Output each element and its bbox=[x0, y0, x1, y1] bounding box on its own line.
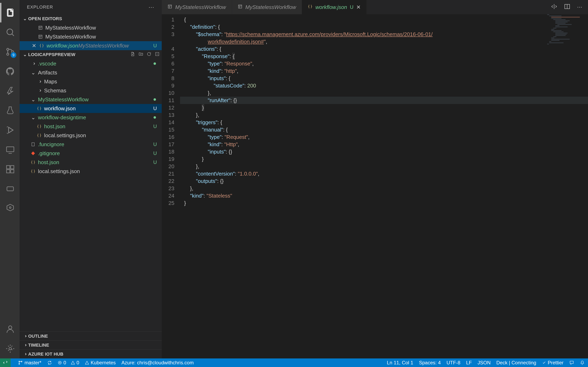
status-feedback[interactable] bbox=[569, 360, 574, 365]
chevron-down-icon: ⌄ bbox=[22, 52, 28, 57]
collapse-icon[interactable] bbox=[155, 52, 160, 58]
open-editors-header[interactable]: ⌄ OPEN EDITORS bbox=[20, 14, 162, 23]
explorer-more-icon[interactable]: ⋯ bbox=[148, 4, 154, 11]
svg-point-2 bbox=[7, 48, 9, 50]
activity-sql[interactable] bbox=[0, 179, 20, 199]
explorer-sidebar: EXPLORER ⋯ ⌄ OPEN EDITORS MyStatelessWor… bbox=[20, 0, 162, 359]
activity-search[interactable] bbox=[0, 22, 20, 42]
svg-line-1 bbox=[12, 34, 14, 36]
svg-rect-22 bbox=[32, 143, 35, 146]
new-file-icon[interactable] bbox=[130, 52, 135, 58]
file-tree-item[interactable]: ⌄.vscode bbox=[20, 59, 162, 68]
tab-bar: MyStatelessWorkflowMyStatelessWorkflowwo… bbox=[162, 0, 588, 14]
collapsed-section[interactable]: ⌄OUTLINE bbox=[20, 332, 162, 341]
activity-settings[interactable] bbox=[0, 339, 20, 359]
file-tree-item[interactable]: .funcignoreU bbox=[20, 140, 162, 149]
activity-scm[interactable]: 9 bbox=[0, 42, 20, 62]
file-tree-item[interactable]: workflow.jsonU bbox=[20, 104, 162, 113]
svg-rect-8 bbox=[11, 166, 14, 169]
svg-point-14 bbox=[9, 347, 11, 350]
file-tree-item[interactable]: ⌄workflow-designtime bbox=[20, 113, 162, 122]
workspace-name: LOGICAPPSPREVIEW bbox=[28, 52, 75, 57]
open-editor-item[interactable]: MyStatelessWorkflow bbox=[20, 23, 162, 32]
activity-extensions[interactable] bbox=[0, 159, 20, 179]
status-azure[interactable]: Azure: chris@cloudwithchris.com bbox=[121, 360, 194, 366]
open-editors-title: OPEN EDITORS bbox=[28, 16, 62, 21]
chevron-down-icon: ⌄ bbox=[22, 16, 28, 21]
collapsed-section[interactable]: ⌄TIMELINE bbox=[20, 341, 162, 350]
svg-point-12 bbox=[9, 207, 11, 208]
activity-remote[interactable] bbox=[0, 140, 20, 159]
status-branch[interactable]: master* bbox=[18, 360, 42, 366]
svg-rect-10 bbox=[11, 170, 14, 173]
status-bell[interactable] bbox=[580, 360, 585, 365]
status-eol[interactable]: LF bbox=[466, 360, 472, 366]
compare-icon[interactable] bbox=[551, 3, 557, 11]
svg-rect-9 bbox=[7, 170, 10, 173]
activity-azure[interactable] bbox=[0, 81, 20, 101]
file-tree-item[interactable]: host.jsonU bbox=[20, 122, 162, 131]
status-sync[interactable] bbox=[47, 360, 52, 365]
code-editor[interactable]: { "definition": { "$schema": "https://sc… bbox=[180, 14, 588, 359]
activity-explorer[interactable] bbox=[0, 3, 20, 22]
file-tree-item[interactable]: ⌄Maps bbox=[20, 77, 162, 86]
file-tree-item[interactable]: host.jsonU bbox=[20, 158, 162, 167]
file-tree-item[interactable]: local.settings.json bbox=[20, 167, 162, 176]
workspace-header[interactable]: ⌄ LOGICAPPSPREVIEW bbox=[20, 50, 162, 59]
svg-rect-5 bbox=[7, 147, 14, 152]
svg-point-31 bbox=[19, 361, 20, 362]
svg-rect-15 bbox=[39, 26, 42, 29]
file-tree-item[interactable]: ⌄MyStatelessWorkflow bbox=[20, 95, 162, 104]
minimap[interactable] bbox=[547, 14, 584, 359]
status-spaces[interactable]: Spaces: 4 bbox=[419, 360, 441, 366]
scm-badge: 9 bbox=[11, 52, 16, 58]
open-editor-item[interactable]: MyStatelessWorkflow bbox=[20, 32, 162, 41]
status-kubernetes[interactable]: Kubernetes bbox=[85, 360, 116, 366]
status-cursor[interactable]: Ln 11, Col 1 bbox=[387, 360, 413, 366]
open-editor-item[interactable]: ✕workflow.json MyStatelessWorkflowU bbox=[20, 41, 162, 50]
svg-point-32 bbox=[19, 364, 20, 364]
editor-tab[interactable]: workflow.jsonU✕ bbox=[302, 0, 367, 14]
remote-indicator[interactable] bbox=[0, 359, 11, 367]
status-deck[interactable]: Deck | Connecting bbox=[496, 360, 536, 366]
status-bar: master* 0 0 Kubernetes Azure: chris@clou… bbox=[0, 359, 588, 367]
svg-point-13 bbox=[9, 326, 12, 329]
editor-tab[interactable]: MyStatelessWorkflow bbox=[162, 0, 232, 14]
svg-rect-26 bbox=[238, 5, 242, 8]
svg-rect-23 bbox=[168, 5, 172, 8]
svg-rect-11 bbox=[7, 187, 13, 191]
activity-debug[interactable] bbox=[0, 120, 20, 140]
file-tree-item[interactable]: ⌄Artifacts bbox=[20, 68, 162, 77]
activity-account[interactable] bbox=[0, 319, 20, 339]
activity-github[interactable] bbox=[0, 62, 20, 81]
refresh-icon[interactable] bbox=[147, 52, 151, 58]
status-lang[interactable]: JSON bbox=[477, 360, 491, 366]
editor-tab[interactable]: MyStatelessWorkflow bbox=[232, 0, 302, 14]
file-tree-item[interactable]: ⌄Schemas bbox=[20, 86, 162, 95]
status-encoding[interactable]: UTF-8 bbox=[447, 360, 460, 366]
collapsed-section[interactable]: ⌄AZURE IOT HUB bbox=[20, 350, 162, 359]
new-folder-icon[interactable] bbox=[138, 52, 143, 58]
svg-point-3 bbox=[7, 53, 9, 55]
status-errors[interactable]: 0 0 bbox=[58, 360, 79, 366]
activity-k8s[interactable] bbox=[0, 199, 20, 218]
activity-bar: 9 bbox=[0, 0, 20, 359]
more-icon[interactable]: ⋯ bbox=[577, 4, 582, 10]
file-tree-item[interactable]: local.settings.json bbox=[20, 131, 162, 140]
editor-area: MyStatelessWorkflowMyStatelessWorkflowwo… bbox=[162, 0, 588, 359]
explorer-header: EXPLORER ⋯ bbox=[20, 0, 162, 14]
split-icon[interactable] bbox=[564, 3, 571, 11]
status-prettier[interactable]: Prettier bbox=[542, 360, 563, 366]
activity-test[interactable] bbox=[0, 101, 20, 120]
explorer-title: EXPLORER bbox=[27, 4, 53, 10]
svg-rect-7 bbox=[7, 166, 10, 169]
svg-rect-18 bbox=[39, 35, 42, 38]
line-gutter: 1234567891011121314151617181920212223242… bbox=[162, 14, 180, 359]
svg-point-0 bbox=[7, 29, 13, 35]
file-tree-item[interactable]: .gitignoreU bbox=[20, 149, 162, 158]
